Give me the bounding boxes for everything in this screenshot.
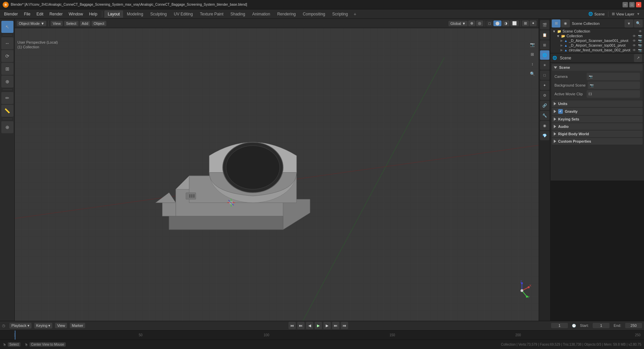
outliner-mode-view[interactable]: ◉ xyxy=(561,19,570,28)
menu-window[interactable]: Window xyxy=(66,11,86,17)
tab-sculpting[interactable]: Sculpting xyxy=(147,10,170,18)
vp-wireframe[interactable]: □ xyxy=(486,21,493,26)
outliner-search[interactable]: 🔍 xyxy=(634,19,643,28)
props-constraints-tab[interactable]: 🔗 xyxy=(540,101,549,110)
tool-move[interactable]: ↔ xyxy=(1,37,13,49)
tl-keying-menu[interactable]: Keying ▾ xyxy=(34,323,53,329)
obj1-visibility[interactable]: 👁 xyxy=(633,39,636,43)
close-button[interactable]: ✕ xyxy=(636,2,641,7)
tl-marker-menu[interactable]: Marker xyxy=(70,323,85,328)
tl-playback-menu[interactable]: Playback ▾ xyxy=(9,323,32,329)
timeline-track[interactable]: 1 50 100 150 200 250 xyxy=(0,331,644,340)
vp-zoom-in[interactable]: 🔍 xyxy=(528,69,537,78)
tab-texture-paint[interactable]: Texture Paint xyxy=(197,10,227,18)
props-material-tab[interactable]: 💎 xyxy=(540,131,549,140)
scene-section-header[interactable]: Scene xyxy=(552,64,643,71)
tab-layout[interactable]: Layout xyxy=(104,10,123,18)
tab-uv-editing[interactable]: UV Editing xyxy=(170,10,196,18)
collection-item[interactable]: ▼ 📂 Collection 👁 📷 xyxy=(551,34,643,38)
vp-render-region[interactable]: ⊞ xyxy=(528,50,537,59)
scene-collection-root[interactable]: ▼ 📁 Scene Collection 👁 xyxy=(551,29,643,34)
background-scene-value[interactable]: 📷 xyxy=(588,82,640,89)
tab-modeling[interactable]: Modeling xyxy=(123,10,147,18)
gravity-section-header[interactable]: Gravity xyxy=(552,108,643,115)
vp-xray[interactable]: ✦ xyxy=(530,20,537,26)
tab-scripting[interactable]: Scripting xyxy=(329,10,352,18)
menu-file[interactable]: File xyxy=(21,11,33,17)
props-modifiers-tab[interactable]: 🔧 xyxy=(540,111,549,120)
gravity-checkbox[interactable] xyxy=(558,109,563,114)
axis-gizmo[interactable]: X Y Z xyxy=(512,281,532,301)
vp-solid[interactable]: ⬤ xyxy=(493,20,501,26)
props-output-tab[interactable]: 📋 xyxy=(540,30,549,40)
tl-prev-keyframe[interactable]: ⏭ xyxy=(297,322,305,329)
menu-edit[interactable]: Edit xyxy=(34,11,46,17)
tab-animation[interactable]: Animation xyxy=(249,10,273,18)
props-data-tab[interactable]: ◉ xyxy=(540,121,549,130)
custom-props-header[interactable]: Custom Properties xyxy=(552,138,643,145)
obj1-render[interactable]: 📷 xyxy=(638,39,642,43)
props-view-tab[interactable]: ⊞ xyxy=(540,40,549,50)
tl-step-forward[interactable]: ▶ xyxy=(323,322,331,329)
outliner-filter[interactable]: ▼ xyxy=(625,19,633,28)
object-mode-selector[interactable]: Object Mode ▼ xyxy=(17,21,46,26)
vp-proportional[interactable]: ◎ xyxy=(476,20,483,26)
camera-value[interactable]: 📷 xyxy=(587,73,640,80)
add-workspace-button[interactable]: + xyxy=(352,10,358,18)
tl-jump-start[interactable]: ⏮ xyxy=(288,322,296,329)
minimize-button[interactable]: ─ xyxy=(623,2,628,7)
maximize-button[interactable]: □ xyxy=(629,2,635,7)
current-frame-input[interactable]: 1 xyxy=(551,323,568,328)
rigid-body-section-header[interactable]: Rigid Body World xyxy=(552,131,643,137)
end-frame-input[interactable]: 250 xyxy=(625,323,642,328)
tab-compositing[interactable]: Compositing xyxy=(300,10,329,18)
blender-logo[interactable]: B xyxy=(3,2,9,8)
coll-render[interactable]: 📷 xyxy=(638,34,642,38)
vp-select-menu[interactable]: Select xyxy=(64,21,78,26)
vp-overlay[interactable]: ⊞ xyxy=(522,20,529,26)
keying-sets-header[interactable]: Keying Sets xyxy=(552,116,643,122)
outliner-mode-scenes[interactable]: ⊞ xyxy=(552,19,560,28)
vp-view-menu[interactable]: View xyxy=(51,21,63,26)
menu-blender[interactable]: Blender xyxy=(1,11,20,17)
tool-measure[interactable]: 📏 xyxy=(1,105,13,117)
tool-scale[interactable]: ⊞ xyxy=(1,63,13,75)
tool-annotate[interactable]: ✏ xyxy=(1,92,13,104)
active-movie-clip-value[interactable]: 🎞 xyxy=(587,90,640,98)
window-controls[interactable]: ─ □ ✕ xyxy=(623,2,641,7)
menu-help[interactable]: Help xyxy=(86,11,100,17)
menu-render[interactable]: Render xyxy=(47,11,65,17)
obj3-visibility[interactable]: 👁 xyxy=(633,48,636,52)
viewport[interactable]: Object Mode ▼ View Select Add Object Glo… xyxy=(15,19,539,321)
tool-transform[interactable]: ⊕ xyxy=(1,76,13,88)
properties-content[interactable]: Scene Camera 📷 Background Scene xyxy=(550,63,644,181)
audio-section-header[interactable]: Audio xyxy=(552,123,643,130)
object-airport-top[interactable]: ▶ ▲ _D_Airport_Scanner_top001_pivot 👁 📷 xyxy=(551,43,643,48)
timeline-playhead[interactable] xyxy=(15,331,15,340)
scene-coll-visibility[interactable]: 👁 xyxy=(639,30,642,33)
vp-object-menu[interactable]: Object xyxy=(92,21,106,26)
obj2-render[interactable]: 📷 xyxy=(638,44,642,47)
units-section-header[interactable]: Units xyxy=(552,100,643,107)
obj3-render[interactable]: 📷 xyxy=(638,48,642,52)
vp-snap-toggle[interactable]: ⊕ xyxy=(468,20,475,26)
vp-toggle-gizmo[interactable]: ↕ xyxy=(528,60,537,68)
object-circular-feed[interactable]: ▶ ▲ circular_feed_mount_base_002_pivot 👁… xyxy=(551,48,643,52)
props-physics-tab[interactable]: ⚙ xyxy=(540,91,549,100)
props-object-tab[interactable]: □ xyxy=(540,70,549,80)
outliner-area[interactable]: ▼ 📁 Scene Collection 👁 ▼ 📂 Collection 👁 … xyxy=(550,28,644,53)
props-scene-tab[interactable]: 🌐 xyxy=(540,50,549,60)
tool-cursor[interactable]: ⊕ xyxy=(1,121,13,133)
start-frame-input[interactable]: 1 xyxy=(593,323,609,328)
props-particles-tab[interactable]: ✦ xyxy=(540,81,549,90)
props-render-tab[interactable]: 🎬 xyxy=(540,20,549,30)
tl-next-keyframe[interactable]: ⏭ xyxy=(332,322,339,329)
props-world-tab[interactable]: ☀ xyxy=(540,60,549,70)
tab-shading[interactable]: Shading xyxy=(227,10,249,18)
obj2-visibility[interactable]: 👁 xyxy=(633,44,636,47)
vp-camera-view[interactable]: 📷 xyxy=(528,40,537,49)
tool-rotate[interactable]: ⟳ xyxy=(1,50,13,62)
object-airport-base[interactable]: ▶ ▲ _D_Airport_Scanner_base001_pivot 👁 📷 xyxy=(551,38,643,43)
vp-global-selector[interactable]: Global ▼ xyxy=(448,21,468,26)
tl-view-menu[interactable]: View xyxy=(55,323,67,328)
